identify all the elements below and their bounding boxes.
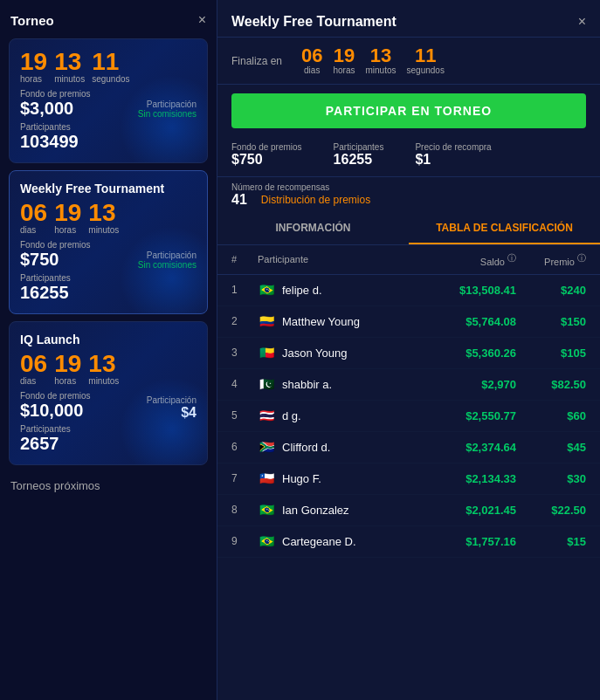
row-saldo: $2,134.33 [429, 472, 516, 485]
row-saldo: $2,970 [429, 378, 516, 391]
participant-name: shabbir a. [282, 378, 332, 391]
num-row-inline: 41 Distribución de premios [231, 192, 586, 208]
participant-name: felipe d. [282, 284, 322, 297]
right-panel-title: Weekly Free Tournament [231, 14, 397, 30]
participantes-stat: Participantes 16255 [334, 142, 384, 168]
card2-participacion-label: Participación [138, 250, 197, 260]
participant-name: Matthew Young [282, 315, 360, 328]
fin-days-label: dias [304, 65, 320, 75]
participant-name: Cartegeane D. [282, 535, 356, 548]
card2-minutes-value: 13 [88, 201, 115, 225]
finaliza-row: Finaliza en 06 dias 19 horas 13 minutos … [217, 38, 600, 85]
row-participant: 🇨🇱 Hugo F. [258, 472, 429, 485]
fin-hours-value: 19 [334, 46, 355, 65]
tournament-card-2[interactable]: Weekly Free Tournament 06 dias 19 horas … [9, 170, 208, 314]
row-number: 1 [231, 284, 258, 296]
participantes-stat-label: Participantes [334, 142, 384, 152]
card2-days-unit: 06 dias [20, 201, 47, 235]
card2-minutes-label: minutos [88, 225, 119, 235]
row-premio: $150 [516, 315, 586, 328]
row-participant: 🇧🇷 Cartegeane D. [258, 535, 429, 548]
fin-hours-label: horas [333, 65, 355, 75]
card1-seconds-unit: 11 segundos [92, 50, 129, 84]
card3-participants-label: Participantes [20, 424, 197, 434]
card3-participacion-block: Participación $4 [147, 395, 197, 421]
row-premio: $15 [516, 535, 586, 548]
row-saldo: $2,021.45 [429, 504, 516, 517]
row-saldo: $5,764.08 [429, 315, 516, 328]
card1-seconds-label: segundos [92, 74, 129, 84]
card3-minutes-label: minutos [88, 376, 119, 386]
row-participant: 🇹🇭 d g. [258, 409, 429, 422]
left-panel: Torneo × 19 horas 13 minutos 11 segundos… [0, 0, 217, 700]
card3-hours-label: horas [54, 376, 76, 386]
row-number: 7 [231, 472, 258, 484]
right-panel: Weekly Free Tournament × Finaliza en 06 … [217, 0, 600, 700]
tournament-card-1[interactable]: 19 horas 13 minutos 11 segundos Fondo de… [9, 38, 208, 163]
card1-fondo-block: Fondo de premios $3,000 [20, 89, 91, 119]
card1-seconds-value: 11 [92, 50, 119, 74]
precio-stat-value: $1 [415, 152, 491, 168]
flag-icon: 🇨🇴 [258, 315, 275, 327]
card3-days-value: 06 [20, 352, 47, 376]
card3-hours-unit: 19 horas [54, 352, 81, 386]
row-participant: 🇧🇷 Ian Gonzalez [258, 504, 429, 517]
table-row: 8 🇧🇷 Ian Gonzalez $2,021.45 $22.50 [217, 495, 600, 526]
card1-participants-value: 103499 [20, 132, 197, 152]
table-header: # Participante Saldo ⓘ Premio ⓘ [217, 245, 600, 275]
card3-minutes-value: 13 [88, 352, 115, 376]
row-premio: $30 [516, 472, 586, 485]
card3-info-row: Fondo de premios $10,000 Participación $… [20, 391, 197, 421]
table-rows-container: 1 🇧🇷 felipe d. $13,508.41 $240 2 🇨🇴 Matt… [217, 275, 600, 558]
fin-minutes-unit: 13 minutos [366, 46, 397, 75]
participar-button[interactable]: PARTICIPAR EN TORNEO [231, 93, 586, 128]
left-close-button[interactable]: × [198, 12, 206, 28]
fondo-stat-value: $750 [231, 152, 302, 168]
card1-hours-value: 19 [20, 50, 47, 74]
row-saldo: $13,508.41 [429, 284, 516, 297]
stats-row: Fondo de premios $750 Participantes 1625… [217, 137, 600, 177]
row-premio: $45 [516, 441, 586, 454]
card2-fondo-block: Fondo de premios $750 [20, 240, 91, 270]
card2-info-row: Fondo de premios $750 Participación Sin … [20, 240, 197, 270]
row-saldo: $5,360.26 [429, 347, 516, 360]
card2-hours-label: horas [54, 225, 76, 235]
card1-timer-row: 19 horas 13 minutos 11 segundos [20, 50, 197, 84]
participant-name: Hugo F. [282, 472, 321, 485]
row-saldo: $2,374.64 [429, 441, 516, 454]
card1-minutes-label: minutos [54, 74, 85, 84]
table-row: 9 🇧🇷 Cartegeane D. $1,757.16 $15 [217, 526, 600, 558]
precio-stat: Precio de recompra $1 [415, 142, 491, 168]
card2-participants-section: Participantes 16255 [20, 273, 197, 303]
card3-fondo-label: Fondo de premios [20, 391, 91, 401]
right-close-button[interactable]: × [578, 14, 586, 30]
row-participant: 🇧🇷 felipe d. [258, 284, 429, 297]
participant-name: Jason Young [282, 347, 347, 360]
card1-fondo-value: $3,000 [20, 99, 91, 119]
card2-title: Weekly Free Tournament [20, 182, 197, 196]
fondo-stat: Fondo de premios $750 [231, 142, 302, 168]
torneos-proximos-link[interactable]: Torneos próximos [9, 472, 208, 499]
card2-participants-label: Participantes [20, 273, 197, 283]
fin-minutes-label: minutos [366, 65, 397, 75]
flag-icon: 🇵🇰 [258, 378, 275, 390]
card1-hours-unit: 19 horas [20, 50, 47, 84]
leaderboard-table: # Participante Saldo ⓘ Premio ⓘ 1 🇧🇷 fel… [217, 245, 600, 700]
participant-name: Ian Gonzalez [282, 504, 349, 517]
row-number: 5 [231, 409, 258, 422]
saldo-info-icon[interactable]: ⓘ [507, 253, 516, 263]
num-recompensas-row: Número de recompensas 41 Distribución de… [217, 177, 600, 213]
tab-clasificacion[interactable]: TABLA DE CLASIFICACIÓN [409, 213, 600, 244]
card1-participacion-block: Participación Sin comisiones [138, 100, 197, 119]
distribucion-link[interactable]: Distribución de premios [261, 194, 370, 206]
tournament-card-3[interactable]: IQ Launch 06 dias 19 horas 13 minutos Fo… [9, 321, 208, 465]
row-participant: 🇨🇴 Matthew Young [258, 315, 429, 328]
card3-days-unit: 06 dias [20, 352, 47, 386]
row-premio: $240 [516, 284, 586, 297]
card3-title: IQ Launch [20, 333, 197, 347]
tab-informacion[interactable]: INFORMACIÓN [217, 213, 409, 244]
premio-info-icon[interactable]: ⓘ [577, 253, 586, 263]
card3-days-label: dias [20, 376, 36, 386]
card2-minutes-unit: 13 minutos [88, 201, 119, 235]
card2-participacion-block: Participación Sin comisiones [138, 250, 197, 270]
